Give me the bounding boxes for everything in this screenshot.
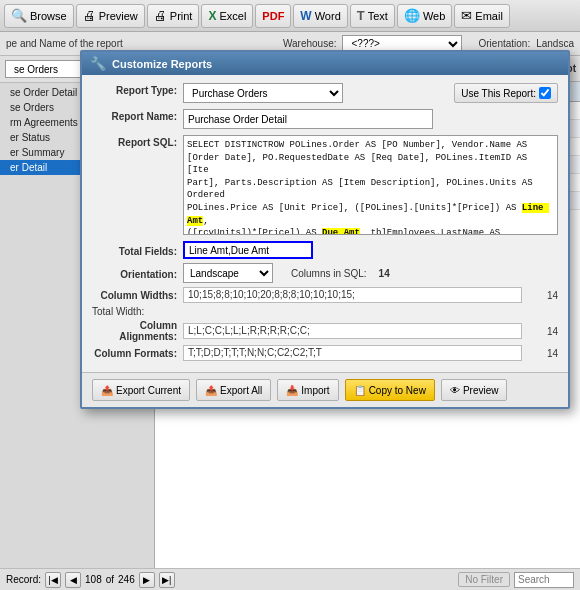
dialog-icon: 🔧 <box>90 56 106 71</box>
report-name-label: Report Name: <box>92 109 177 122</box>
column-widths-value: 10;15;8;8;10;10;20;8;8;8;10;10;10;15; <box>183 287 522 303</box>
orientation-label: Orientation: <box>478 38 530 49</box>
column-formats-value: T;T;D;D;T;T;T;N;N;C;C2;C2;T;T <box>183 345 522 361</box>
export-all-icon: 📤 <box>205 385 217 396</box>
dialog-footer: 📤 Export Current 📤 Export All 📥 Import 📋… <box>82 372 568 407</box>
warehouse-label: Warehouse: <box>283 38 337 49</box>
report-sql-display: SELECT DISTINCTROW POLines.Order AS [PO … <box>183 135 558 235</box>
import-button[interactable]: 📥 Import <box>277 379 338 401</box>
report-type-label: Report Type: <box>92 83 177 96</box>
export-current-button[interactable]: 📤 Export Current <box>92 379 190 401</box>
column-alignments-num: 14 <box>528 326 558 337</box>
copy-icon: 📋 <box>354 385 366 396</box>
word-button[interactable]: W Word <box>293 4 347 28</box>
browse-icon: 🔍 <box>11 8 27 23</box>
column-alignments-row: Column Alignments: L;L;C;C;L;L;L;R;R;R;R… <box>92 320 558 342</box>
column-alignments-value: L;L;C;C;L;L;L;R;R;R;R;C;C; <box>183 323 522 339</box>
report-type-row: Report Type: Purchase Orders Use This Re… <box>92 83 558 103</box>
pdf-icon: PDF <box>262 10 284 22</box>
report-sql-row: Report SQL: SELECT DISTINCTROW POLines.O… <box>92 135 558 235</box>
word-icon: W <box>300 9 311 23</box>
print-icon: 🖨 <box>154 8 167 23</box>
nav-prev-button[interactable]: ◀ <box>65 572 81 588</box>
dialog-body: Report Type: Purchase Orders Use This Re… <box>82 75 568 372</box>
cols-in-sql-label: Columns in SQL: <box>291 268 367 279</box>
record-current: 108 <box>85 574 102 585</box>
column-formats-row: Column Formats: T;T;D;D;T;T;T;N;N;C;C2;C… <box>92 345 558 361</box>
orientation-select[interactable]: Landscape <box>183 263 273 283</box>
email-icon: ✉ <box>461 8 472 23</box>
use-this-report-button[interactable]: Use This Report: <box>454 83 558 103</box>
search-input[interactable] <box>514 572 574 588</box>
web-button[interactable]: 🌐 Web <box>397 4 452 28</box>
web-icon: 🌐 <box>404 8 420 23</box>
total-fields-row: Total Fields: <box>92 241 558 259</box>
nav-last-button[interactable]: ▶| <box>159 572 175 588</box>
report-name-row: Report Name: <box>92 109 558 129</box>
toolbar: 🔍 Browse 🖨 Preview 🖨 Print X Excel PDF W… <box>0 0 580 32</box>
footer-preview-icon: 👁 <box>450 385 460 396</box>
excel-icon: X <box>208 9 216 23</box>
print-button[interactable]: 🖨 Print <box>147 4 200 28</box>
total-width-label: Total Width: <box>92 306 177 317</box>
no-filter-button[interactable]: No Filter <box>458 572 510 587</box>
report-type-combo[interactable]: Purchase Orders <box>183 83 343 103</box>
use-this-checkbox[interactable] <box>539 87 551 99</box>
column-widths-row: Column Widths: 10;15;8;8;10;10;20;8;8;8;… <box>92 287 558 317</box>
column-formats-num: 14 <box>528 348 558 359</box>
record-total: 246 <box>118 574 135 585</box>
customize-reports-dialog: 🔧 Customize Reports Report Type: Purchas… <box>80 50 570 409</box>
report-sql-label: Report SQL: <box>92 135 177 148</box>
cols-in-sql-value: 14 <box>379 268 390 279</box>
browse-button[interactable]: 🔍 Browse <box>4 4 74 28</box>
dialog-title-bar: 🔧 Customize Reports <box>82 52 568 75</box>
pdf-button[interactable]: PDF <box>255 4 291 28</box>
record-nav: Record: |◀ ◀ 108 of 246 ▶ ▶| No Filter <box>0 568 580 590</box>
total-fields-label: Total Fields: <box>92 244 177 257</box>
export-current-icon: 📤 <box>101 385 113 396</box>
import-icon: 📥 <box>286 385 298 396</box>
column-alignments-label: Column Alignments: <box>92 320 177 342</box>
column-formats-label: Column Formats: <box>92 348 177 359</box>
total-fields-input[interactable] <box>183 241 313 259</box>
orientation-row: Orientation: Landscape Columns in SQL: 1… <box>92 263 558 283</box>
email-button[interactable]: ✉ Email <box>454 4 510 28</box>
nav-first-button[interactable]: |◀ <box>45 572 61 588</box>
column-widths-label: Column Widths: <box>92 290 177 301</box>
preview-button[interactable]: 🖨 Preview <box>76 4 145 28</box>
export-all-button[interactable]: 📤 Export All <box>196 379 271 401</box>
text-button[interactable]: T Text <box>350 4 395 28</box>
column-widths-num: 14 <box>528 290 558 301</box>
excel-button[interactable]: X Excel <box>201 4 253 28</box>
orientation-label-dlg: Orientation: <box>92 267 177 280</box>
copy-to-new-button[interactable]: 📋 Copy to New <box>345 379 435 401</box>
orientation-value: Landsca <box>536 38 574 49</box>
footer-preview-button[interactable]: 👁 Preview <box>441 379 508 401</box>
report-name-input[interactable] <box>183 109 433 129</box>
text-icon: T <box>357 8 365 23</box>
report-type-label: pe and Name of the report <box>6 38 123 49</box>
preview-icon: 🖨 <box>83 8 96 23</box>
record-separator: of <box>106 574 114 585</box>
nav-next-button[interactable]: ▶ <box>139 572 155 588</box>
